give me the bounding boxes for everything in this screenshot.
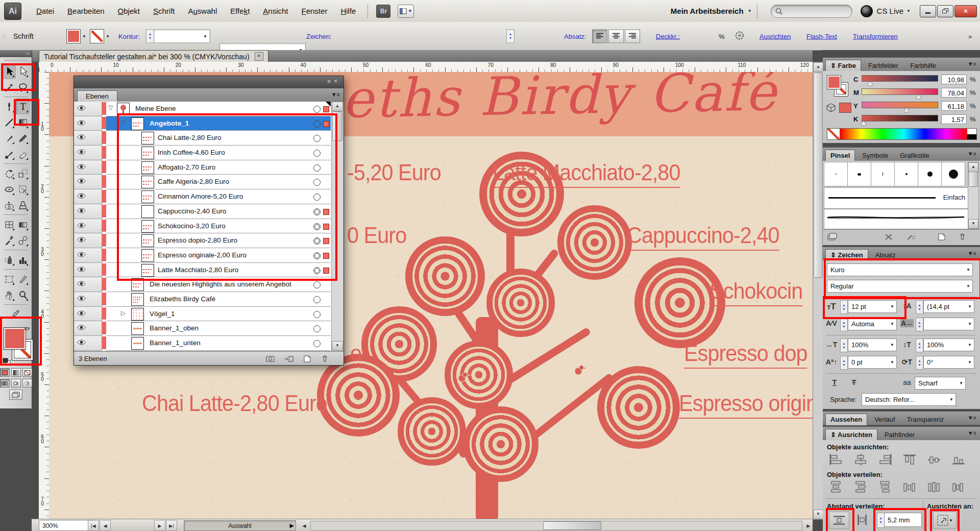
flash-text-link[interactable]: Flash-Text [806, 32, 837, 40]
tab-farbhilfe[interactable]: Farbhilfe [905, 60, 941, 71]
scrollbar-thumb[interactable] [814, 73, 823, 278]
menu-auswahl[interactable]: Auswahl [182, 7, 224, 15]
visibility-eye-icon[interactable] [74, 189, 90, 204]
visibility-eye-icon[interactable] [74, 219, 90, 234]
next-page-button[interactable]: ▶ [154, 520, 165, 531]
lock-toggle-cell[interactable] [90, 233, 102, 248]
panel-menu-icon[interactable]: ▼≡ [968, 415, 976, 421]
hscale-select[interactable]: 100%▼ [848, 339, 897, 351]
layer-thumbnail[interactable] [131, 337, 144, 350]
align-right-button[interactable] [876, 452, 894, 467]
brush-options-button[interactable] [905, 232, 917, 242]
align-panel-link[interactable]: Ausrichten [760, 32, 791, 40]
close-button[interactable]: × [954, 5, 977, 17]
shape-builder-tool[interactable] [2, 197, 16, 213]
layer-row-content[interactable]: Banner_1_unten [106, 336, 331, 351]
hscale-stepper[interactable]: ▲▼ [840, 339, 848, 352]
brush-swatch[interactable] [871, 162, 895, 186]
horizontal-ruler[interactable]: 0102030405060708090100110120 [39, 62, 813, 73]
bridge-button[interactable]: Br [376, 5, 390, 18]
rotate-tool[interactable] [2, 165, 16, 181]
menu-schrift[interactable]: Schrift [146, 7, 182, 15]
channel-slider[interactable] [862, 75, 938, 82]
tracking-select[interactable]: ▼ [923, 318, 974, 330]
lock-toggle-cell[interactable] [90, 219, 102, 234]
tab-ausrichten[interactable]: ⇕ Ausrichten [825, 429, 877, 441]
menu-hilfe[interactable]: Hilfe [334, 7, 362, 15]
eraser-tool[interactable] [16, 146, 30, 162]
font-size-stepper[interactable]: ▲▼ [506, 29, 514, 43]
search-input[interactable] [771, 5, 852, 18]
pencil-tool[interactable] [16, 130, 30, 146]
stroke-weight-label[interactable]: Kontur: [118, 32, 140, 40]
visibility-eye-icon[interactable] [74, 307, 90, 322]
lock-toggle-cell[interactable] [90, 336, 102, 351]
first-page-button[interactable]: |◀ [88, 520, 99, 531]
leading-stepper[interactable]: ▲▼ [916, 300, 923, 314]
none-swatch-icon[interactable] [827, 129, 840, 139]
channel-value-field[interactable]: 10,98 [941, 75, 967, 84]
collapse-panel-icon[interactable]: « [327, 78, 334, 85]
rotation-stepper[interactable]: ▲▼ [916, 356, 923, 370]
artboard-tool[interactable] [2, 271, 16, 287]
blend-tool[interactable] [16, 232, 30, 248]
language-select[interactable]: Deutsch: Refor...▼ [862, 393, 956, 406]
slider-knob[interactable] [868, 81, 873, 85]
color-spectrum-bar[interactable] [827, 128, 977, 140]
menu-effekt[interactable]: Effekt [224, 7, 256, 15]
scroll-down-icon[interactable]: ▼ [968, 219, 978, 229]
scroll-right-icon[interactable]: ▶ [803, 521, 814, 530]
zoom-tool[interactable] [16, 287, 30, 303]
horizontal-scrollbar[interactable] [310, 521, 802, 530]
paragraph-label[interactable]: Absatz: [564, 32, 586, 40]
brush-charcoal-row[interactable] [824, 209, 969, 229]
lock-toggle-cell[interactable] [90, 116, 102, 131]
slice-tool[interactable] [16, 271, 30, 287]
tab-transparenz[interactable]: Transparenz [902, 414, 949, 425]
visibility-eye-icon[interactable] [74, 233, 90, 248]
last-page-button[interactable]: ▶| [166, 520, 177, 531]
lock-toggle-cell[interactable] [90, 248, 102, 263]
layer-row[interactable]: ▷Vögel_1 [74, 307, 342, 322]
brushes-scrollbar[interactable]: ▲ ▼ [968, 162, 979, 229]
gradient-tool[interactable] [16, 216, 30, 232]
stroke-color-swatch[interactable]: ▼ [90, 29, 110, 43]
color-mode-button[interactable] [0, 368, 10, 377]
expand-triangle-icon[interactable]: ▽ [108, 104, 113, 111]
scroll-down-icon[interactable]: ▼ [813, 510, 823, 519]
minimize-button[interactable] [920, 5, 936, 17]
strikethrough-button[interactable]: T [847, 378, 861, 387]
vscale-select[interactable]: 100%▼ [923, 339, 974, 351]
scroll-left-icon[interactable]: ◀ [299, 521, 309, 530]
brush-swatch[interactable] [894, 162, 918, 186]
lock-toggle-cell[interactable] [90, 175, 102, 189]
tab-verlauf[interactable]: Verlauf [870, 414, 899, 425]
target-circle-icon[interactable] [313, 106, 321, 113]
scroll-up-icon[interactable]: ▲ [332, 102, 343, 111]
scale-tool[interactable] [16, 165, 30, 181]
white-black-swatches[interactable] [967, 129, 976, 139]
horizontal-space-button[interactable] [852, 512, 872, 528]
visibility-eye-icon[interactable] [74, 204, 90, 219]
align-left-button[interactable] [592, 29, 607, 43]
paintbrush-tool[interactable] [2, 130, 16, 146]
target-circle-icon[interactable] [313, 325, 321, 332]
leading-select[interactable]: (14,4 pt▼ [923, 300, 974, 313]
visibility-eye-icon[interactable] [74, 263, 90, 278]
distribute-vcenter-button[interactable] [851, 480, 870, 494]
baseline-stepper[interactable]: ▲▼ [840, 356, 848, 370]
screen-mode-button[interactable] [9, 390, 22, 400]
panel-menu-icon[interactable]: ▼≡ [968, 61, 976, 67]
align-vcenter-button[interactable] [925, 452, 943, 467]
kerning-select[interactable]: Automa▼ [848, 318, 897, 330]
vertical-scrollbar[interactable]: ▲ ▼ [813, 62, 824, 520]
remove-brush-stroke-button[interactable] [883, 232, 894, 242]
overflow-chevrons-icon[interactable]: » [968, 32, 972, 40]
new-brush-button[interactable] [936, 232, 947, 242]
layer-thumbnail[interactable] [131, 308, 144, 321]
arrange-documents-button[interactable]: ▼ [398, 5, 414, 18]
channel-slider[interactable] [862, 88, 938, 95]
vertical-ruler[interactable]: 10203040506070 [39, 72, 50, 519]
menu-objekt[interactable]: Objekt [111, 7, 146, 15]
status-menu-icon[interactable]: ▶ [290, 522, 294, 529]
